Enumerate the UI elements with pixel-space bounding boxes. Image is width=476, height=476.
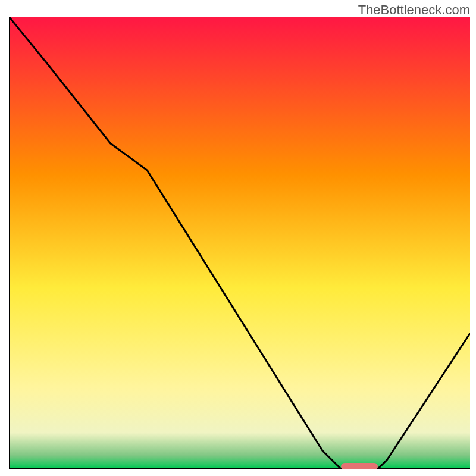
chart-container: TheBottleneck.com <box>0 0 476 476</box>
chart-svg <box>9 17 470 469</box>
plot-area <box>9 17 470 469</box>
watermark-text: TheBottleneck.com <box>358 2 470 18</box>
background-gradient <box>9 17 470 469</box>
optimal-marker <box>341 463 378 469</box>
